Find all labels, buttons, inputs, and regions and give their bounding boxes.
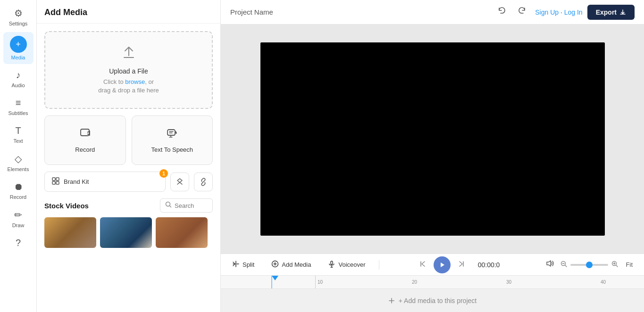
sidebar-item-label: Text: [13, 138, 23, 144]
sidebar-item-label: Audio: [11, 82, 25, 88]
sidebar-item-media[interactable]: + Media: [3, 32, 33, 64]
brand-kit-label: Brand Kit: [64, 178, 89, 185]
search-box[interactable]: [160, 198, 213, 213]
record-card[interactable]: Record: [44, 115, 126, 165]
stock-videos-section: Stock Videos: [44, 198, 213, 248]
sidebar-item-draw[interactable]: ✏ Draw: [3, 205, 33, 232]
undo-button[interactable]: [493, 4, 510, 20]
playback-controls: 00:00:0: [417, 256, 505, 273]
media-cards-row: Record Text To Speech: [44, 115, 213, 165]
add-media-icon: [271, 260, 279, 270]
svg-rect-3: [56, 178, 59, 181]
sidebar-item-subtitles[interactable]: ≡ Subtitles: [3, 94, 33, 120]
add-media-panel: Add Media Upload a File Click to browse,…: [37, 0, 221, 312]
timeline-ruler: 10 20 30 40 50 60: [221, 275, 644, 288]
plus-icon: +: [16, 40, 21, 49]
zoom-slider[interactable]: [570, 264, 608, 266]
preview-canvas: [260, 42, 605, 236]
svg-rect-4: [52, 181, 55, 184]
tts-card-label: Text To Speech: [151, 146, 193, 153]
audio-icon: ♪: [16, 70, 21, 81]
log-in-link[interactable]: Log In: [564, 8, 583, 16]
extras-row: Brand Kit 1: [44, 172, 213, 192]
zoom-in-icon[interactable]: [611, 260, 619, 270]
dropbox-button[interactable]: [170, 172, 189, 191]
top-bar: Project Name: [221, 0, 644, 25]
split-button[interactable]: Split: [228, 258, 258, 271]
ruler-mark-20: 20: [412, 279, 417, 285]
ruler-mark-40: 40: [601, 279, 606, 285]
time-display: 00:00:0: [472, 261, 505, 269]
sidebar-item-audio[interactable]: ♪ Audio: [3, 66, 33, 92]
sidebar-item-text[interactable]: T Text: [3, 122, 33, 148]
voiceover-button[interactable]: Voiceover: [324, 258, 369, 271]
panel-content: Upload a File Click to browse, ordrag & …: [37, 24, 220, 312]
sidebar-item-label: Subtitles: [8, 110, 28, 116]
tts-card[interactable]: Text To Speech: [132, 115, 213, 165]
record-card-label: Record: [75, 146, 95, 153]
sidebar-item-elements[interactable]: ◇ Elements: [3, 149, 33, 176]
upload-area[interactable]: Upload a File Click to browse, ordrag & …: [44, 31, 213, 109]
play-button[interactable]: [434, 256, 451, 273]
stock-videos-header: Stock Videos: [44, 198, 213, 213]
search-input[interactable]: [175, 202, 208, 209]
brand-kit-icon: [51, 177, 60, 187]
skip-forward-button[interactable]: [455, 258, 468, 272]
help-icon: ?: [16, 238, 21, 248]
split-label: Split: [243, 261, 254, 268]
export-label: Export: [596, 8, 617, 16]
sidebar-item-label: Record: [10, 194, 26, 200]
stock-videos-title: Stock Videos: [44, 202, 89, 210]
sidebar-item-label: Draw: [12, 222, 25, 228]
text-icon: T: [15, 125, 21, 136]
timeline-divider: [379, 260, 379, 270]
upload-icon: [53, 45, 204, 64]
redo-button[interactable]: [513, 4, 530, 20]
search-icon: [165, 201, 172, 210]
preview-area: [221, 25, 644, 254]
timeline-bar: Split Add Media: [221, 254, 644, 275]
elements-icon: ◇: [15, 153, 22, 164]
top-bar-right: Sign Up · Log In Export: [493, 4, 635, 20]
ruler-mark-10: 10: [318, 279, 323, 285]
add-media-strip-label: + Add media to this project: [399, 297, 477, 304]
brand-kit-badge: 1: [159, 169, 168, 178]
volume-button[interactable]: [543, 257, 556, 272]
tts-card-icon: [166, 127, 178, 142]
ruler-tick-10: [315, 276, 316, 288]
ruler-marks: 10 20 30 40 50 60: [221, 276, 644, 288]
link-button[interactable]: [194, 172, 213, 191]
auth-links: Sign Up · Log In: [535, 8, 582, 16]
thumbnail-2[interactable]: [100, 217, 152, 248]
thumbnails-row: [44, 217, 213, 248]
thumbnail-1[interactable]: [44, 217, 96, 248]
brand-kit-button[interactable]: Brand Kit 1: [44, 172, 166, 192]
project-name[interactable]: Project Name: [230, 8, 273, 16]
record-icon: ⏺: [14, 181, 23, 192]
thumbnail-3[interactable]: [156, 217, 208, 248]
add-media-strip[interactable]: + Add media to this project: [221, 288, 644, 312]
sidebar-item-help[interactable]: ?: [3, 234, 33, 252]
skip-back-button[interactable]: [417, 258, 429, 272]
upload-title: Upload a File: [53, 67, 204, 75]
ruler-mark-30: 30: [506, 279, 511, 285]
sidebar-item-record[interactable]: ⏺ Record: [3, 178, 33, 204]
timeline-right-controls: Fit: [543, 257, 636, 272]
svg-rect-5: [56, 181, 59, 184]
sign-up-link[interactable]: Sign Up: [535, 8, 559, 16]
fit-button[interactable]: Fit: [622, 259, 636, 270]
export-button[interactable]: Export: [587, 5, 635, 20]
undo-redo-group: [493, 4, 530, 20]
add-media-button[interactable]: Add Media: [268, 258, 315, 271]
svg-rect-2: [52, 178, 55, 181]
subtitles-icon: ≡: [16, 98, 21, 108]
browse-link[interactable]: browse: [125, 78, 145, 85]
voiceover-label: Voiceover: [338, 261, 365, 268]
auth-separator: ·: [560, 8, 564, 16]
panel-title: Add Media: [37, 0, 220, 24]
sidebar-item-settings[interactable]: ⚙ Settings: [3, 4, 33, 30]
zoom-out-icon[interactable]: [560, 260, 568, 270]
svg-rect-1: [167, 130, 175, 135]
upload-subtitle: Click to browse, ordrag & drop a file he…: [53, 78, 204, 95]
gear-icon: ⚙: [14, 8, 23, 19]
